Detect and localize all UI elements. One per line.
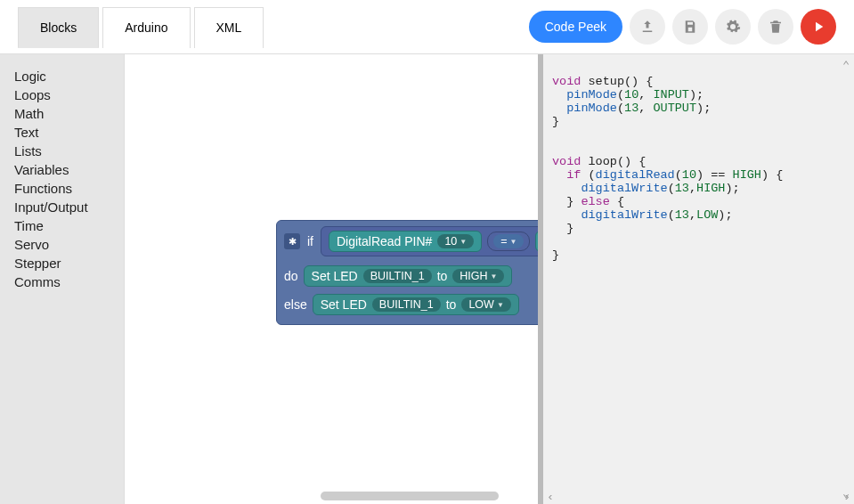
cat-stepper[interactable]: Stepper	[14, 254, 110, 272]
cat-comms[interactable]: Comms	[14, 272, 110, 291]
save-button[interactable]	[672, 9, 708, 45]
do-keyword: do	[284, 269, 298, 283]
cat-loops[interactable]: Loops	[14, 85, 110, 104]
play-icon	[810, 19, 826, 35]
condition-slot[interactable]: DigitalRead PIN# 10▼ =▼ HIGH	[321, 226, 538, 256]
set-led-label: Set LED	[321, 297, 367, 312]
code-peek-button[interactable]: Code Peek	[529, 11, 622, 43]
topbar: Blocks Arduino XML Code Peek	[0, 0, 854, 53]
set-led-else-block[interactable]: Set LED BUILTIN_1 to LOW▼	[313, 294, 519, 315]
led-dropdown-do[interactable]: BUILTIN_1	[363, 269, 432, 283]
upload-icon	[639, 19, 655, 35]
blocks-workspace[interactable]: ✱ if DigitalRead PIN# 10▼ =▼	[125, 54, 538, 504]
mutator-icon[interactable]: ✱	[284, 233, 300, 249]
to-label: to	[437, 269, 448, 283]
compare-block[interactable]: =▼	[487, 232, 530, 251]
cat-io[interactable]: Input/Output	[14, 198, 110, 216]
led-dropdown-else[interactable]: BUILTIN_1	[372, 297, 441, 312]
tab-blocks[interactable]: Blocks	[18, 7, 99, 48]
cat-logic[interactable]: Logic	[14, 67, 110, 85]
scroll-right-icon: ›	[843, 491, 850, 504]
scroll-up-icon: ⌃	[842, 58, 850, 73]
cat-time[interactable]: Time	[14, 216, 110, 235]
tab-arduino[interactable]: Arduino	[102, 7, 190, 48]
delete-button[interactable]	[758, 9, 793, 45]
cat-variables[interactable]: Variables	[14, 160, 110, 179]
gear-icon	[725, 19, 741, 35]
toolbar: Code Peek	[529, 9, 836, 45]
workspace-h-scrollbar[interactable]	[125, 488, 538, 504]
tab-xml[interactable]: XML	[194, 7, 264, 48]
cat-math[interactable]: Math	[14, 104, 110, 123]
if-keyword: if	[307, 234, 313, 248]
cat-servo[interactable]: Servo	[14, 235, 110, 254]
compare-dropdown[interactable]: =▼	[493, 234, 524, 248]
digitalread-block[interactable]: DigitalRead PIN# 10▼	[329, 231, 482, 252]
trash-icon	[768, 19, 784, 35]
settings-button[interactable]	[715, 9, 751, 45]
set-led-label: Set LED	[312, 269, 358, 283]
scroll-left-icon: ‹	[547, 491, 554, 504]
category-sidebar: Logic Loops Math Text Lists Variables Fu…	[0, 54, 125, 504]
cat-functions[interactable]: Functions	[14, 179, 110, 198]
to-label: to	[446, 297, 457, 312]
set-led-do-block[interactable]: Set LED BUILTIN_1 to HIGH▼	[304, 265, 513, 287]
else-keyword: else	[284, 297, 307, 312]
code-v-scrollbar[interactable]: ⌃⌄	[838, 54, 854, 504]
upload-button[interactable]	[630, 9, 665, 45]
tabs: Blocks Arduino XML	[18, 6, 264, 47]
code-h-scrollbar[interactable]: ‹›	[543, 490, 854, 504]
state-dropdown-else[interactable]: LOW▼	[461, 297, 510, 312]
cat-text[interactable]: Text	[14, 123, 110, 142]
run-button[interactable]	[801, 9, 836, 45]
if-else-block[interactable]: ✱ if DigitalRead PIN# 10▼ =▼	[276, 220, 538, 325]
digitalread-label: DigitalRead PIN#	[337, 234, 432, 248]
save-icon	[682, 19, 698, 35]
state-dropdown-do[interactable]: HIGH▼	[452, 269, 504, 283]
pin-dropdown[interactable]: 10▼	[437, 234, 474, 248]
code-pane: void setup() { pinMode(10, INPUT); pinMo…	[538, 54, 854, 504]
cat-lists[interactable]: Lists	[14, 142, 110, 160]
